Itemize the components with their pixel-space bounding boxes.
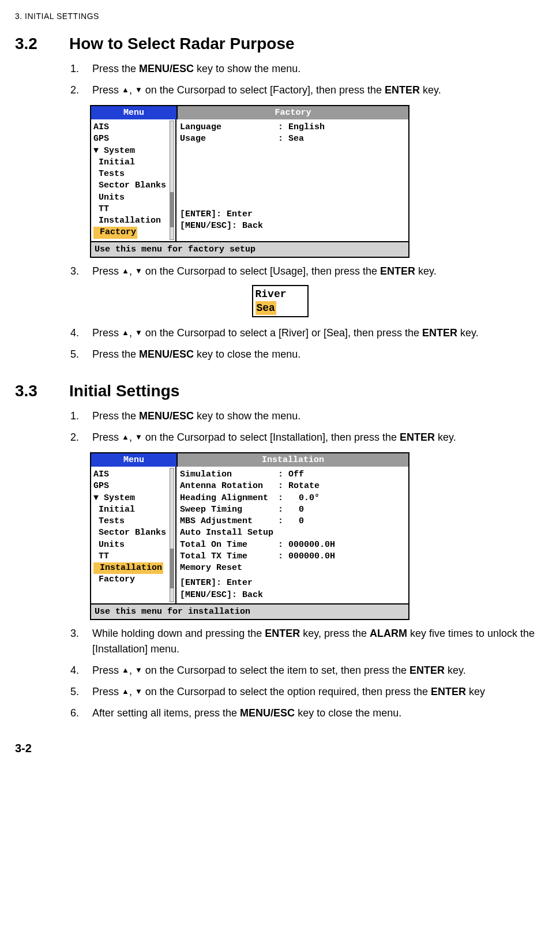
text: key.: [420, 84, 441, 96]
section-number: 3.2: [15, 35, 69, 53]
step-4: 4. Press ▲, ▼ on the Cursorpad to select…: [70, 663, 545, 678]
key-enter: ENTER: [380, 265, 415, 277]
up-arrow-icon: ▲: [122, 666, 129, 674]
key-enter: ENTER: [409, 665, 445, 676]
menu-item: Factory: [93, 574, 175, 585]
menu-caption-right: Installation: [178, 453, 408, 467]
steps-3-2: 1. Press the MENU/ESC key to show the me…: [70, 61, 545, 98]
down-arrow-icon: ▼: [135, 266, 142, 275]
text: on the Cursorpad to select a [River] or …: [142, 327, 422, 339]
opt-label: Antenna Rotation: [180, 480, 278, 492]
text: on the Cursorpad to select [Installation…: [142, 431, 400, 443]
menu-right-column: Simulation: Off Antenna Rotation: Rotate…: [176, 467, 408, 603]
section-3-3-heading: 3.3 Initial Settings: [15, 382, 545, 400]
text: Press the: [92, 410, 139, 422]
menu-item: Units: [93, 192, 175, 204]
up-arrow-icon: ▲: [122, 328, 129, 337]
key-enter: ENTER: [431, 686, 466, 697]
step-6: 6. After setting all items, press the ME…: [70, 705, 545, 721]
text: Press the: [92, 348, 139, 360]
opt-label: MBS Adjustment: [180, 516, 278, 527]
menu-item: ▼ System: [93, 145, 175, 157]
text: key.: [435, 431, 456, 443]
menu-left-column: AIS GPS ▼ System Initial Tests Sector Bl…: [91, 119, 176, 241]
key-enter: ENTER: [400, 431, 435, 443]
key-alarm: ALARM: [370, 628, 407, 639]
opt-label: Total TX Time: [180, 551, 278, 562]
text: key.: [415, 265, 437, 277]
opt-value: : Off: [278, 469, 304, 480]
opt-value: : English: [278, 122, 325, 133]
text: Press: [92, 431, 122, 443]
text: on the Cursorpad to select [Factory], th…: [142, 84, 385, 96]
step-2: 2. Press ▲, ▼ on the Cursorpad to select…: [70, 430, 545, 445]
menu-caption-left: Menu: [91, 453, 178, 467]
page-number: 3-2: [15, 742, 545, 755]
down-arrow-icon: ▼: [135, 85, 142, 94]
opt-value: : Rotate: [278, 480, 320, 492]
menu-item: GPS: [93, 133, 175, 145]
steps-3-2-cont: 3. Press ▲, ▼ on the Cursorpad to select…: [70, 264, 545, 279]
step-3: 3. Press ▲, ▼ on the Cursorpad to select…: [70, 264, 545, 279]
opt-label: Heading Alignment: [180, 493, 278, 504]
down-arrow-icon: ▼: [135, 433, 142, 441]
steps-3-3: 1. Press the MENU/ESC key to show the me…: [70, 408, 545, 445]
text: key.: [445, 665, 466, 676]
text: While holding down and pressing the: [92, 628, 265, 639]
step-3: 3. While holding down and pressing the E…: [70, 626, 545, 657]
menu-item: Units: [93, 539, 175, 551]
text: key to close the menu.: [295, 707, 401, 719]
text: Press: [92, 327, 122, 339]
popup-option: River: [255, 287, 305, 301]
menu-item: ▼ System: [93, 493, 175, 504]
opt-value: : 0: [278, 516, 304, 527]
text: on the Cursorpad to select the item to s…: [142, 665, 409, 676]
hint-back: [MENU/ESC]: Back: [180, 590, 405, 601]
text: on the Cursorpad to select [Usage], then…: [142, 265, 380, 277]
opt-label: Memory Reset: [180, 562, 278, 574]
text: Press: [92, 265, 122, 277]
scrollbar-thumb: [170, 549, 174, 588]
opt-label: Language: [180, 122, 278, 133]
hint-back: [MENU/ESC]: Back: [180, 220, 405, 232]
down-arrow-icon: ▼: [135, 666, 142, 674]
text: key to show the menu.: [194, 410, 300, 422]
opt-value: : Sea: [278, 133, 304, 145]
key-enter: ENTER: [265, 628, 300, 639]
text: Press: [92, 686, 122, 697]
section-title: How to Select Radar Purpose: [69, 35, 295, 53]
steps-3-2-cont2: 4. Press ▲, ▼ on the Cursorpad to select…: [70, 325, 545, 362]
steps-3-3-cont: 3. While holding down and pressing the E…: [70, 626, 545, 721]
text: Press the: [92, 63, 139, 74]
down-arrow-icon: ▼: [135, 687, 142, 696]
text: key, press the: [300, 628, 370, 639]
factory-menu-screenshot: Menu Factory AIS GPS ▼ System Initial Te…: [90, 105, 409, 258]
chapter-header: 3. INITIAL SETTINGS: [15, 12, 545, 21]
opt-label: Auto Install Setup: [180, 527, 278, 539]
key-menu-esc: MENU/ESC: [139, 348, 194, 360]
step-5: 5. Press ▲, ▼ on the Cursorpad to select…: [70, 684, 545, 700]
hint-enter: [ENTER]: Enter: [180, 209, 405, 220]
step-1: 1. Press the MENU/ESC key to show the me…: [70, 61, 545, 77]
installation-menu-screenshot: Menu Installation AIS GPS ▼ System Initi…: [90, 452, 409, 620]
text: key.: [457, 327, 479, 339]
menu-item: Sector Blanks: [93, 527, 175, 539]
opt-label: Total On Time: [180, 539, 278, 551]
opt-value: : 000000.0H: [278, 539, 335, 551]
text: on the Cursorpad to select the option re…: [142, 686, 431, 697]
key-menu-esc: MENU/ESC: [240, 707, 295, 719]
section-number: 3.3: [15, 382, 69, 400]
popup-option-selected: Sea: [255, 301, 276, 315]
opt-label: Sweep Timing: [180, 504, 278, 516]
menu-right-column: Language: English Usage: Sea [ENTER]: En…: [176, 119, 408, 241]
menu-item: GPS: [93, 480, 175, 492]
step-5: 5. Press the MENU/ESC key to close the m…: [70, 347, 545, 362]
text: key to close the menu.: [194, 348, 300, 360]
opt-label: Simulation: [180, 469, 278, 480]
menu-item: TT: [93, 204, 175, 215]
menu-item: Installation: [93, 215, 175, 227]
menu-item-selected: Factory: [93, 227, 137, 238]
text: key: [466, 686, 485, 697]
menu-item: Initial: [93, 504, 175, 516]
menu-item-selected: Installation: [93, 562, 163, 574]
